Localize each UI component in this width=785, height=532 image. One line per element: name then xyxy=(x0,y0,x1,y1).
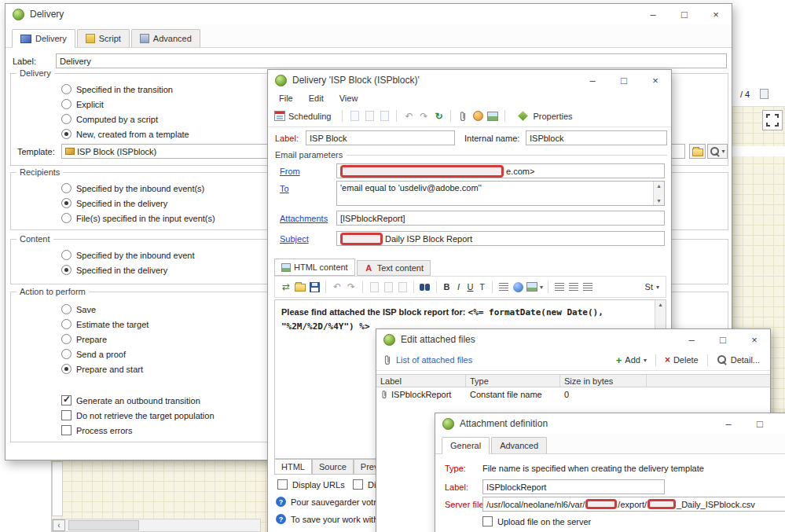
underline-button[interactable]: U xyxy=(465,282,475,292)
minimize-button[interactable]: – xyxy=(676,329,707,350)
checkbox-display-urls[interactable]: Display URLs xyxy=(277,477,345,492)
copy-icon[interactable] xyxy=(396,281,409,293)
scheduling-button[interactable]: Scheduling xyxy=(273,111,336,121)
attachments-link[interactable]: Attachments xyxy=(280,214,328,223)
checkbox-outbound-transition[interactable]: Generate an outbound transition xyxy=(61,393,215,408)
table-row[interactable]: ISPblockReport Constant file name 0 xyxy=(376,387,770,401)
tab-html-view[interactable]: HTML xyxy=(274,459,312,475)
maximize-button[interactable]: □ xyxy=(744,413,776,434)
styles-button[interactable]: St ▾ xyxy=(640,282,661,292)
radio-recipients-inbound[interactable]: Specified by the inbound event(s) xyxy=(61,181,215,196)
refresh-icon[interactable]: ↻ xyxy=(432,110,445,123)
detail-button[interactable]: Detail... xyxy=(711,354,765,365)
titlebar[interactable]: Edit attached files – □ × xyxy=(376,329,770,350)
menu-file[interactable]: File xyxy=(271,94,301,103)
attachments-input[interactable] xyxy=(336,211,665,226)
tab-advanced[interactable]: Advanced xyxy=(131,29,200,47)
close-button[interactable]: × xyxy=(700,4,732,24)
horizontal-scrollbar[interactable]: ‹ xyxy=(52,519,261,532)
chevron-down-icon[interactable]: ▾ xyxy=(540,284,543,291)
align-right-icon[interactable] xyxy=(581,281,594,293)
tab-source-view[interactable]: Source xyxy=(312,459,354,475)
notification-icon[interactable] xyxy=(471,110,484,123)
radio-computed-by-script[interactable]: Computed by a script xyxy=(61,112,189,127)
italic-button[interactable]: I xyxy=(453,282,464,292)
checkbox-process-errors[interactable]: Process errors xyxy=(61,423,215,438)
maximize-button[interactable]: □ xyxy=(669,4,700,24)
tab-script[interactable]: Script xyxy=(77,29,130,47)
properties-button[interactable]: Properties xyxy=(511,112,578,121)
radio-recipients-files[interactable]: File(s) specified in the input event(s) xyxy=(61,211,215,226)
radio-recipients-in-delivery[interactable]: Specified in the delivery xyxy=(61,196,215,211)
cut-icon[interactable] xyxy=(382,281,394,293)
preview-icon[interactable] xyxy=(486,110,499,123)
radio-action-prepare-start[interactable]: Prepare and start xyxy=(61,361,149,376)
radio-explicit[interactable]: Explicit xyxy=(61,97,189,112)
subject-link[interactable]: Subject xyxy=(280,234,309,244)
radio-specified-in-transition[interactable]: Specified in the transition xyxy=(61,82,189,97)
align-left-icon[interactable] xyxy=(553,281,566,293)
delete-button[interactable]: × Delete xyxy=(659,354,704,365)
font-size-button[interactable]: T xyxy=(477,282,487,292)
redo-icon[interactable]: ↷ xyxy=(345,281,358,293)
titlebar[interactable]: Attachment definition – □ × xyxy=(435,413,785,434)
radio-action-prepare[interactable]: Prepare xyxy=(61,332,149,347)
import-export-icon[interactable]: ⇄ xyxy=(280,281,292,293)
scrollbar-thumb[interactable] xyxy=(68,520,139,530)
subject-field[interactable]: Daily ISP Block Report xyxy=(336,231,665,246)
template-folder-button[interactable] xyxy=(689,144,706,159)
to-link[interactable]: To xyxy=(280,184,289,193)
redo-icon[interactable]: ↷ xyxy=(417,110,430,123)
radio-action-save[interactable]: Save xyxy=(61,302,149,317)
radio-content-inbound[interactable]: Specified by the inbound event xyxy=(61,248,194,262)
close-button[interactable]: × xyxy=(776,413,785,434)
from-field[interactable]: e.com> xyxy=(336,163,665,178)
minimize-button[interactable]: – xyxy=(713,413,744,434)
server-file-field[interactable]: /usr/local/neolane/nl6/var/ /export/ _Da… xyxy=(482,497,785,512)
paste-icon[interactable] xyxy=(348,110,361,123)
internal-name-input[interactable] xyxy=(526,130,667,145)
undo-icon[interactable]: ↶ xyxy=(402,110,415,123)
minimize-button[interactable]: – xyxy=(637,4,669,24)
column-header-size[interactable]: Size in bytes xyxy=(560,375,647,387)
minimize-button[interactable]: – xyxy=(577,70,608,90)
hyperlink-icon[interactable] xyxy=(512,281,524,293)
bullet-list-icon[interactable] xyxy=(497,281,510,293)
menu-view[interactable]: View xyxy=(332,94,366,103)
template-detail-button[interactable]: ▾ xyxy=(707,144,728,159)
close-button[interactable]: × xyxy=(640,70,671,90)
label-input[interactable] xyxy=(482,479,665,494)
radio-action-send-proof[interactable]: Send a proof xyxy=(61,347,149,361)
tab-html-content[interactable]: HTML content xyxy=(274,259,355,276)
maximize-button[interactable]: □ xyxy=(707,329,739,350)
to-field[interactable]: 'email equal to 'usdeliv@adobe.com'' ▴ ▾ xyxy=(336,181,665,206)
close-button[interactable]: × xyxy=(739,329,770,350)
tab-general[interactable]: General xyxy=(442,437,490,453)
form-pages-icon[interactable] xyxy=(760,89,768,99)
scroll-up-icon[interactable]: ▴ xyxy=(658,301,662,308)
tab-advanced[interactable]: Advanced xyxy=(491,437,547,453)
tab-delivery[interactable]: Delivery xyxy=(12,29,75,47)
tab-text-content[interactable]: A Text content xyxy=(357,260,431,276)
radio-content-in-delivery[interactable]: Specified in the delivery xyxy=(61,262,194,277)
radio-action-estimate[interactable]: Estimate the target xyxy=(61,317,149,332)
column-header-type[interactable]: Type xyxy=(466,375,560,387)
undo-icon[interactable]: ↶ xyxy=(331,281,343,293)
insert-image-icon[interactable] xyxy=(526,281,538,293)
checkbox-no-target-population[interactable]: Do not retrieve the target population xyxy=(61,408,215,423)
paste-icon[interactable] xyxy=(368,281,380,293)
scroll-left-button[interactable]: ‹ xyxy=(53,519,65,531)
titlebar[interactable]: Delivery – □ × xyxy=(6,4,732,24)
save-icon[interactable] xyxy=(308,281,321,293)
copy-icon[interactable] xyxy=(378,110,391,123)
add-button[interactable]: + Add ▾ xyxy=(611,354,652,366)
paperclip-icon[interactable] xyxy=(457,110,469,123)
open-file-icon[interactable] xyxy=(294,281,306,293)
align-center-icon[interactable] xyxy=(567,281,580,293)
vertical-scrollbar[interactable] xyxy=(52,461,63,516)
menu-edit[interactable]: Edit xyxy=(301,94,332,103)
radio-new-from-template[interactable]: New, created from a template xyxy=(61,127,189,141)
label-input[interactable] xyxy=(306,130,455,145)
bold-button[interactable]: B xyxy=(442,282,452,292)
scroll-down-icon[interactable]: ▾ xyxy=(657,197,660,204)
